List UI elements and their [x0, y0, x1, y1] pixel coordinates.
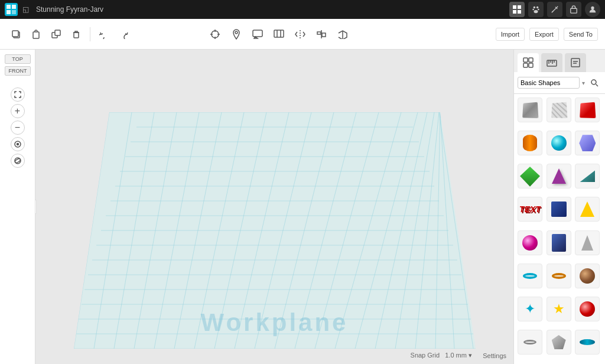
send-to-btn[interactable]: Send To — [564, 28, 598, 41]
shape-text-3d[interactable]: TEXT — [518, 197, 542, 222]
main-area: TOP FRONT + − — [0, 50, 605, 364]
shape-gray-cone[interactable] — [575, 230, 600, 255]
profile-btn[interactable] — [585, 2, 600, 17]
top-bar: ◱ Stunning Fyyran-Jarv — [0, 0, 605, 19]
svg-rect-81 — [523, 58, 528, 62]
shape-red-box[interactable] — [575, 98, 600, 122]
svg-rect-30 — [253, 30, 262, 37]
snap-grid-info: Snap Grid 1.0 mm ▾ — [411, 352, 472, 359]
view-controls: + − — [11, 87, 25, 168]
target-btn[interactable] — [206, 25, 224, 43]
svg-point-29 — [235, 31, 238, 34]
mirror-btn[interactable] — [291, 25, 309, 43]
svg-rect-19 — [12, 31, 18, 37]
svg-rect-23 — [74, 32, 79, 38]
panel-tabs — [514, 50, 605, 72]
svg-rect-22 — [55, 30, 60, 35]
view-front-btn[interactable]: FRONT — [5, 66, 31, 76]
zoom-fit-btn[interactable] — [11, 87, 25, 102]
svg-rect-90 — [571, 58, 580, 67]
right-panel: Basic Shapes ▾ — [513, 50, 605, 364]
topbar-right-icons — [509, 2, 600, 17]
zoom-out-btn[interactable]: − — [11, 121, 25, 135]
zoom-in-btn[interactable]: + — [11, 104, 25, 118]
svg-rect-2 — [6, 10, 11, 14]
duplicate-btn[interactable] — [47, 25, 65, 43]
svg-rect-83 — [523, 63, 528, 67]
shape-striped-box[interactable] — [547, 98, 571, 122]
svg-rect-31 — [274, 30, 284, 37]
svg-rect-82 — [529, 58, 533, 62]
shape-yellow-gem[interactable] — [575, 197, 600, 222]
panel-tab-notes[interactable] — [565, 53, 586, 72]
collapse-panel-btn[interactable]: › — [35, 200, 37, 214]
panel-tab-ruler[interactable] — [541, 53, 562, 72]
bag-btn[interactable] — [566, 2, 581, 17]
redo-btn[interactable] — [115, 25, 133, 43]
shapes-category-select[interactable]: Basic Shapes — [518, 77, 580, 89]
svg-point-10 — [532, 9, 534, 11]
svg-line-14 — [552, 11, 554, 12]
import-btn[interactable]: Import — [496, 28, 525, 41]
shape-dark-blue-box[interactable] — [547, 197, 571, 222]
shapes-dropdown-arrow[interactable]: ▾ — [582, 80, 585, 86]
shape-orange-cyl[interactable] — [518, 131, 542, 155]
center-toolbar — [206, 25, 352, 43]
svg-point-9 — [536, 6, 539, 9]
shape-small-ring[interactable] — [518, 330, 542, 355]
speech-bubble-btn[interactable] — [249, 25, 266, 43]
export-btn[interactable]: Export — [529, 28, 559, 41]
snap-grid-dropdown-btn[interactable]: ▾ — [469, 352, 472, 359]
shape-blue-wavy[interactable] — [575, 131, 600, 155]
shape-teal-disc[interactable] — [575, 330, 600, 355]
svg-rect-6 — [513, 10, 516, 14]
svg-rect-16 — [571, 8, 577, 13]
paste-btn[interactable] — [27, 25, 45, 43]
separator-1 — [90, 27, 90, 41]
shapes-header: Basic Shapes ▾ — [514, 72, 605, 94]
svg-rect-20 — [33, 32, 39, 38]
orbit-btn[interactable] — [11, 154, 25, 168]
sword-btn[interactable] — [547, 2, 562, 17]
svg-point-38 — [17, 144, 18, 145]
view-top-btn[interactable]: TOP — [5, 54, 31, 64]
shape-teal-sphere[interactable] — [547, 131, 571, 155]
panel-tab-grid[interactable] — [518, 53, 539, 72]
shape-red-sphere[interactable] — [575, 297, 600, 321]
shape-yellow-star[interactable]: ★ — [547, 297, 571, 321]
svg-rect-37 — [322, 33, 326, 37]
shape-teal-wedge[interactable] — [575, 164, 600, 188]
shape-gray-gem[interactable] — [547, 330, 571, 355]
grid-view-btn[interactable] — [509, 2, 525, 17]
delete-btn[interactable] — [67, 25, 85, 43]
undo-btn[interactable] — [95, 25, 113, 43]
copy-btn[interactable] — [7, 25, 25, 43]
shape-teal-star[interactable]: ✦ — [518, 297, 542, 321]
svg-point-11 — [538, 9, 539, 11]
shape-brown-sphere[interactable] — [575, 264, 600, 288]
shapes-search-btn[interactable] — [587, 76, 601, 90]
reset-view-btn[interactable] — [11, 137, 25, 151]
svg-line-94 — [596, 84, 599, 87]
shape-orange-ring[interactable] — [547, 264, 571, 288]
align-btn[interactable] — [313, 25, 330, 43]
tinkercad-logo: ◱ Stunning Fyyran-Jarv — [5, 3, 103, 16]
location-btn[interactable] — [227, 25, 245, 43]
svg-rect-7 — [518, 10, 521, 14]
left-sidebar: TOP FRONT + − — [0, 50, 35, 364]
action-buttons: Import Export Send To — [496, 28, 598, 41]
svg-point-93 — [591, 80, 596, 84]
logo-box-icon — [5, 3, 18, 16]
view-btn[interactable] — [270, 25, 288, 43]
shape-teal-ring[interactable] — [518, 264, 542, 288]
settings-btn[interactable]: Settings — [483, 352, 506, 359]
shape-gray-box[interactable] — [518, 98, 542, 122]
shape-dark-blue-box2[interactable] — [547, 230, 571, 255]
paw-btn[interactable] — [528, 2, 544, 17]
shape-green-diamond[interactable] — [518, 164, 542, 188]
flip-btn[interactable] — [334, 25, 352, 43]
shape-magenta-sphere[interactable] — [518, 230, 542, 255]
canvas-area[interactable]: Workplane › Settings Snap Grid 1.0 mm ▾ — [35, 50, 513, 364]
shapes-grid: TEXT — [514, 94, 605, 364]
shape-purple-cone[interactable] — [547, 164, 571, 188]
